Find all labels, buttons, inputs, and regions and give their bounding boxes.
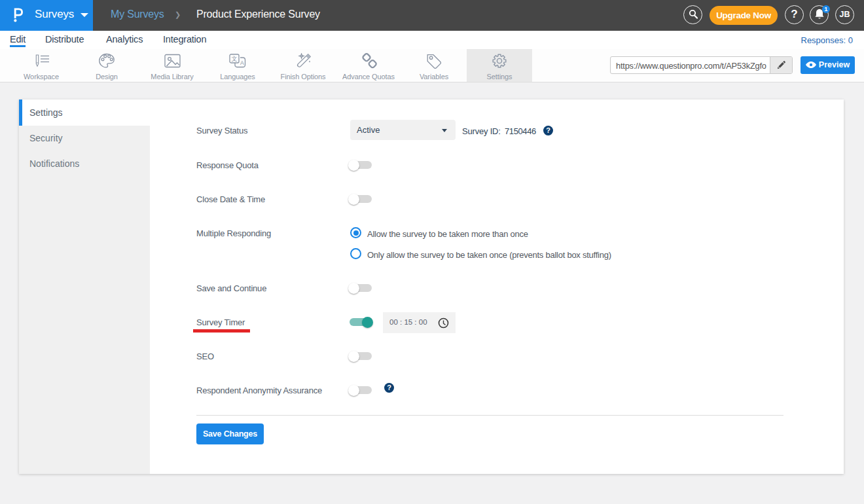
svg-text:A: A — [240, 60, 244, 66]
svg-text:文: 文 — [232, 56, 238, 62]
